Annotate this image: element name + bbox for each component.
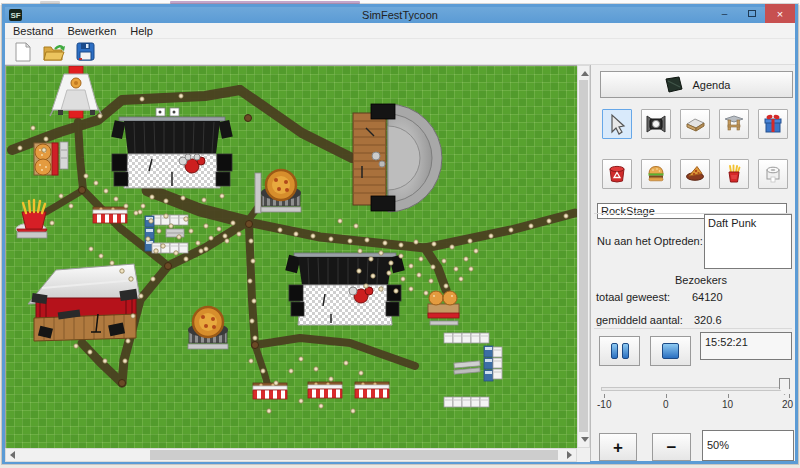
new-file-icon <box>14 42 32 62</box>
striped-stand-2[interactable] <box>253 383 287 399</box>
plus-icon: + <box>613 439 623 456</box>
scroll-left-icon[interactable] <box>10 451 15 459</box>
clock-display: 15:52:21 <box>700 332 792 360</box>
now-playing-label: Nu aan het Optreden: <box>597 235 703 247</box>
clock-time: 15:52:21 <box>705 336 748 348</box>
menu-bewerken[interactable]: Bewerken <box>67 25 116 37</box>
truss-frame-icon <box>722 112 746 136</box>
menu-bestand[interactable]: Bestand <box>13 25 53 37</box>
striped-stand-1[interactable] <box>93 207 127 223</box>
zoom-level-field[interactable]: 50% <box>702 430 794 461</box>
slider-label-0: 0 <box>663 399 669 410</box>
total-visitors-label: totaal geweest: <box>596 291 670 303</box>
agenda-book-icon <box>663 76 685 93</box>
burger-icon <box>644 162 668 186</box>
tool-spotlight[interactable] <box>641 109 671 139</box>
slider-tick <box>604 394 605 398</box>
app-window: SF SimFestTycoon – × Bestand Bewerken He… <box>2 4 798 464</box>
zoom-out-button[interactable]: − <box>652 433 691 461</box>
agenda-label: Agenda <box>693 79 731 91</box>
map-horizontal-scrollbar[interactable] <box>5 448 577 462</box>
pause-icon <box>611 343 618 359</box>
tool-gift[interactable] <box>758 109 788 139</box>
slider-tick <box>789 394 790 398</box>
tool-pizza[interactable] <box>680 159 710 189</box>
slider-tick <box>728 394 729 398</box>
tool-stage[interactable] <box>680 109 710 139</box>
stop-button[interactable] <box>650 336 691 366</box>
pause-button[interactable] <box>599 336 640 366</box>
tool-truss[interactable] <box>719 109 749 139</box>
average-visitors-label: gemiddeld aantal: <box>596 314 683 326</box>
agenda-button[interactable]: Agenda <box>600 71 793 98</box>
control-panel: Agenda <box>590 65 795 461</box>
second-stage[interactable] <box>285 253 405 325</box>
slider-label-20: 20 <box>782 399 793 410</box>
vertical-scroll-thumb[interactable] <box>579 80 588 432</box>
speed-slider-track[interactable] <box>601 387 784 391</box>
maximize-button[interactable] <box>738 4 765 23</box>
zoom-in-button[interactable]: + <box>599 433 637 461</box>
maximize-icon <box>748 10 756 17</box>
cursor-icon <box>605 112 629 136</box>
new-file-button[interactable] <box>11 41 35 63</box>
scroll-right-icon[interactable] <box>567 451 572 459</box>
tool-trash[interactable] <box>602 159 632 189</box>
striped-stand-4[interactable] <box>355 382 389 398</box>
open-folder-icon <box>43 42 65 62</box>
visitors-header: Bezoekers <box>663 274 739 286</box>
close-button[interactable]: × <box>765 4 795 23</box>
horizontal-scroll-thumb[interactable] <box>150 450 558 460</box>
striped-stand-3[interactable] <box>308 382 342 398</box>
save-icon <box>76 42 95 61</box>
pause-icon <box>622 343 629 359</box>
map-vertical-scrollbar[interactable] <box>577 65 590 448</box>
speed-slider-thumb[interactable] <box>779 378 790 395</box>
open-file-button[interactable] <box>42 41 66 63</box>
stage-platform-icon <box>683 112 707 136</box>
total-visitors-value: 64120 <box>692 291 723 303</box>
fries-icon <box>722 162 746 186</box>
tool-burger[interactable] <box>641 159 671 189</box>
tool-fries[interactable] <box>719 159 749 189</box>
stop-icon <box>662 343 679 359</box>
window-title: SimFestTycoon <box>5 9 795 21</box>
average-visitors-value: 320.6 <box>694 314 722 326</box>
tool-toilet-roll[interactable] <box>758 159 788 189</box>
tool-select[interactable] <box>602 109 632 139</box>
gift-icon <box>761 112 785 136</box>
toolbar <box>5 39 795 64</box>
now-playing-list[interactable]: Daft Punk <box>704 214 792 269</box>
slider-label-10: 10 <box>722 399 733 410</box>
trash-can-icon <box>605 162 629 186</box>
toilet-roll-icon <box>761 162 785 186</box>
spotlight-icon <box>644 112 668 136</box>
zoom-level-value: 50% <box>707 439 729 451</box>
slider-label-min: -10 <box>597 399 611 410</box>
scroll-down-icon[interactable] <box>581 437 589 442</box>
minimize-button[interactable]: – <box>711 4 738 23</box>
pizza-icon <box>683 162 707 186</box>
festival-map-canvas[interactable] <box>5 65 577 448</box>
menu-help[interactable]: Help <box>130 25 153 37</box>
minus-icon: − <box>667 439 677 456</box>
main-stage[interactable] <box>111 108 233 188</box>
map-area <box>5 65 590 462</box>
save-button[interactable] <box>73 41 97 63</box>
slider-tick <box>666 394 667 398</box>
scroll-up-icon[interactable] <box>581 71 589 76</box>
now-playing-artist: Daft Punk <box>708 217 756 229</box>
title-bar[interactable]: SF SimFestTycoon – × <box>5 7 795 23</box>
menu-bar: Bestand Bewerken Help <box>5 23 795 39</box>
